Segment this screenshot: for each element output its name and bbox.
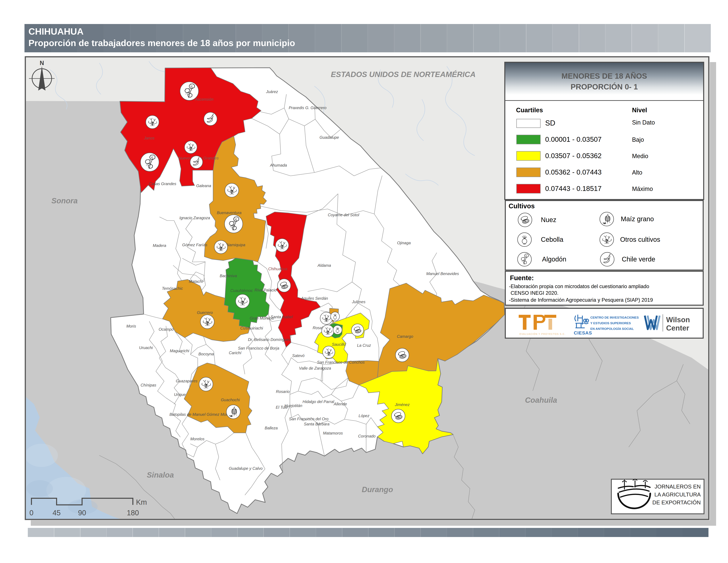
- svg-text:El Tule: El Tule: [276, 405, 288, 410]
- svg-text:Ocampo: Ocampo: [159, 327, 174, 332]
- svg-text:Sonora: Sonora: [51, 196, 78, 205]
- svg-text:Satevó: Satevó: [292, 353, 305, 358]
- svg-text:Otros cultivos: Otros cultivos: [620, 236, 660, 243]
- svg-text:LA AGRICULTURA: LA AGRICULTURA: [654, 492, 701, 498]
- svg-text:San Francisco del Oro: San Francisco del Oro: [289, 417, 329, 421]
- svg-text:Maíz grano: Maíz grano: [621, 215, 654, 222]
- svg-text:CHIHUAHUA: CHIHUAHUA: [28, 26, 84, 37]
- svg-text:Dr. Belisario Domínguez: Dr. Belisario Domínguez: [248, 337, 291, 342]
- svg-text:0.07443 - 0.18517: 0.07443 - 0.18517: [545, 185, 602, 192]
- svg-text:CIESAS: CIESAS: [574, 330, 592, 336]
- svg-text:Fuente:: Fuente:: [510, 274, 534, 282]
- svg-text:Praxedis G. Guerrero: Praxedis G. Guerrero: [289, 105, 326, 110]
- svg-text:Coronado: Coronado: [358, 434, 375, 438]
- svg-text:Ignacio Zaragoza: Ignacio Zaragoza: [179, 215, 210, 220]
- svg-text:Matachí: Matachí: [189, 279, 203, 284]
- svg-text:Aquiles Serdán: Aquiles Serdán: [301, 296, 328, 301]
- svg-text:La Cruz: La Cruz: [357, 343, 371, 348]
- svg-text:Aldama: Aldama: [317, 263, 331, 267]
- svg-text:Julimes: Julimes: [352, 300, 365, 304]
- svg-text:Maguarichi: Maguarichi: [170, 349, 189, 353]
- svg-text:-Sistema de Información Agrope: -Sistema de Información Agropecuaria y P…: [509, 297, 653, 303]
- svg-text:Uruachi: Uruachi: [139, 346, 153, 350]
- svg-text:Cebolla: Cebolla: [541, 236, 563, 243]
- svg-text:Ascensión: Ascensión: [195, 97, 214, 101]
- svg-text:Km: Km: [136, 498, 147, 506]
- svg-text:Cusihuiriachi: Cusihuiriachi: [240, 326, 263, 330]
- svg-text:Medio: Medio: [632, 153, 648, 159]
- svg-text:Sinaloa: Sinaloa: [147, 471, 174, 479]
- svg-text:SD: SD: [545, 119, 555, 127]
- svg-text:Proporción de trabajadores men: Proporción de trabajadores menores de 18…: [28, 38, 295, 48]
- svg-text:Cultivos: Cultivos: [509, 202, 535, 210]
- svg-text:Manuel Benavides: Manuel Benavides: [426, 271, 459, 276]
- svg-text:Valle de Zaragoza: Valle de Zaragoza: [299, 366, 331, 371]
- svg-text:0.05362 - 0.07443: 0.05362 - 0.07443: [545, 168, 602, 176]
- svg-text:180: 180: [127, 509, 139, 517]
- svg-text:Y ESTUDIOS SUPERIORES: Y ESTUDIOS SUPERIORES: [590, 322, 631, 325]
- svg-text:Durango: Durango: [362, 485, 393, 494]
- svg-text:Temósachic: Temósachic: [162, 286, 183, 291]
- svg-text:ESTADOS UNIDOS DE NORTEAMÉRICA: ESTADOS UNIDOS DE NORTEAMÉRICA: [331, 70, 476, 79]
- svg-text:Balleza: Balleza: [265, 426, 278, 430]
- svg-text:Urique: Urique: [174, 392, 186, 397]
- svg-text:Madera: Madera: [153, 243, 166, 248]
- svg-text:Guachochi: Guachochi: [221, 398, 240, 402]
- svg-text:Santa Isabel: Santa Isabel: [271, 315, 293, 319]
- svg-text:0: 0: [29, 509, 33, 517]
- svg-text:Nuez: Nuez: [541, 216, 556, 223]
- svg-text:Chile verde: Chile verde: [622, 255, 655, 263]
- svg-text:N: N: [40, 60, 44, 66]
- svg-text:Santa Bárbara: Santa Bárbara: [304, 422, 330, 426]
- svg-text:Namiquipa: Namiquipa: [226, 242, 245, 247]
- svg-text:MENORES DE 18 AÑOS: MENORES DE 18 AÑOS: [561, 72, 647, 80]
- svg-text:San Francisco de Borja: San Francisco de Borja: [238, 346, 279, 351]
- svg-text:Juárez: Juárez: [266, 89, 278, 94]
- svg-text:López: López: [359, 414, 369, 418]
- svg-text:Guerrero: Guerrero: [197, 310, 213, 315]
- svg-text:Morelos: Morelos: [190, 437, 204, 441]
- svg-text:Bachiniva: Bachiniva: [220, 273, 237, 278]
- svg-text:Jiménez: Jiménez: [395, 402, 409, 407]
- svg-text:Gran Morelos: Gran Morelos: [250, 316, 274, 321]
- svg-text:Guazapares: Guazapares: [176, 379, 198, 383]
- svg-text:Guadalupe: Guadalupe: [319, 135, 339, 140]
- svg-text:-Elaboración propia con microd: -Elaboración propia con microdatos del c…: [509, 284, 649, 289]
- svg-text:Nivel: Nivel: [632, 107, 647, 114]
- svg-text:Algodón: Algodón: [542, 255, 566, 263]
- svg-text:Bocoyna: Bocoyna: [198, 352, 214, 356]
- svg-text:CENSO INEGI 2020.: CENSO INEGI 2020.: [511, 290, 558, 296]
- svg-text:Gómez Farías: Gómez Farías: [182, 242, 207, 247]
- svg-text:PROPORCIÓN 0- 1: PROPORCIÓN 0- 1: [571, 82, 638, 91]
- svg-text:EVALUACIÓN Y PROYECTOS S.C.: EVALUACIÓN Y PROYECTOS S.C.: [520, 333, 566, 335]
- svg-text:Cuartiles: Cuartiles: [516, 107, 543, 114]
- svg-text:Ahumada: Ahumada: [270, 163, 287, 167]
- svg-text:Hidalgo del Parral: Hidalgo del Parral: [303, 399, 334, 404]
- svg-text:Chínipas: Chínipas: [141, 383, 156, 387]
- svg-text:Cuauhtémoc: Cuauhtémoc: [230, 288, 253, 293]
- svg-text:Chihuahua: Chihuahua: [268, 266, 287, 271]
- svg-text:CENTRO DE INVESTIGACIONES: CENTRO DE INVESTIGACIONES: [590, 316, 639, 319]
- svg-text:Ojinaga: Ojinaga: [397, 240, 411, 245]
- svg-text:Buenaventura: Buenaventura: [217, 210, 241, 215]
- svg-text:DE EXPORTACIÓN: DE EXPORTACIÓN: [652, 499, 701, 506]
- svg-text:Máximo: Máximo: [632, 185, 653, 192]
- svg-text:0.03507 - 0.05362: 0.03507 - 0.05362: [545, 152, 602, 160]
- svg-text:Galeana: Galeana: [196, 183, 211, 188]
- svg-text:Guadalupe y Calvo: Guadalupe y Calvo: [229, 466, 263, 471]
- svg-text:90: 90: [78, 509, 86, 517]
- svg-text:45: 45: [53, 509, 61, 517]
- svg-text:Center: Center: [666, 324, 689, 332]
- svg-text:Saucillo: Saucillo: [332, 342, 346, 347]
- svg-text:Sin Dato: Sin Dato: [632, 119, 655, 126]
- svg-text:EN ANTROPOLOGÍA SOCIAL: EN ANTROPOLOGÍA SOCIAL: [590, 327, 634, 331]
- svg-text:0.00001 - 0.03507: 0.00001 - 0.03507: [545, 135, 602, 143]
- svg-text:Wilson: Wilson: [666, 316, 690, 324]
- svg-text:Casas Grandes: Casas Grandes: [149, 181, 176, 186]
- svg-text:Riva Palacio: Riva Palacio: [254, 288, 276, 292]
- svg-text:San Francisco de Conchos: San Francisco de Conchos: [317, 360, 365, 365]
- svg-text:Batopilas de Manuel Gómez Morí: Batopilas de Manuel Gómez Morín: [169, 412, 231, 417]
- svg-text:Janos: Janos: [144, 136, 155, 140]
- svg-text:Coyame del Sotol: Coyame del Sotol: [328, 212, 359, 217]
- svg-text:Carichí: Carichí: [229, 351, 242, 355]
